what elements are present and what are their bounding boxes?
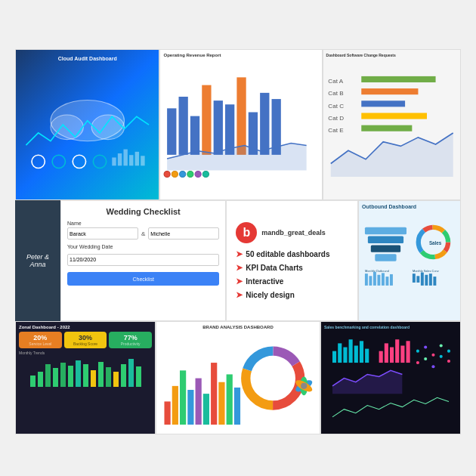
checklist-button[interactable]: Checklist bbox=[67, 272, 219, 286]
svg-rect-44 bbox=[375, 254, 396, 261]
dashboard-software-svg: Cat A Cat B Cat C Cat D Cat E bbox=[326, 60, 457, 189]
svg-rect-83 bbox=[187, 390, 193, 425]
svg-rect-86 bbox=[211, 363, 217, 425]
svg-text:Cat B: Cat B bbox=[328, 90, 343, 97]
svg-point-2 bbox=[91, 115, 124, 140]
ds-title: Dashboard Software Change Requests bbox=[326, 53, 457, 57]
name1-input[interactable] bbox=[67, 227, 138, 240]
svg-rect-55 bbox=[382, 273, 385, 286]
promo-panel: b mandb_great_deals ➤ 50 editable dashbo… bbox=[226, 200, 358, 321]
svg-rect-37 bbox=[361, 113, 427, 119]
promo-header: b mandb_great_deals bbox=[236, 222, 348, 243]
arrow-icon-2: ➤ bbox=[236, 263, 243, 273]
svg-point-117 bbox=[447, 350, 450, 353]
svg-rect-72 bbox=[83, 364, 88, 387]
svg-rect-73 bbox=[91, 370, 96, 387]
outbound-svg: Sales Monthly Outbound Monthly Sales Con… bbox=[362, 211, 457, 315]
svg-rect-21 bbox=[261, 93, 270, 155]
promo-brand: mandb_great_deals bbox=[261, 229, 326, 236]
svg-point-98 bbox=[301, 383, 307, 389]
kpi-val-1: 20% bbox=[33, 334, 47, 342]
operating-revenue-svg bbox=[163, 59, 318, 181]
svg-point-4 bbox=[52, 155, 65, 168]
zonal-kpi-1: 20% Service Level bbox=[19, 332, 62, 348]
svg-rect-9 bbox=[123, 150, 127, 166]
svg-point-119 bbox=[424, 357, 427, 360]
svg-text:Cat E: Cat E bbox=[328, 127, 344, 134]
svg-rect-31 bbox=[361, 76, 435, 82]
zonal-kpi-3: 77% Productivity bbox=[109, 332, 152, 348]
couple-names: Peter & Anna bbox=[21, 253, 54, 268]
svg-rect-41 bbox=[365, 227, 406, 234]
promo-item-2: ➤ KPI Data Charts bbox=[236, 263, 348, 273]
svg-rect-112 bbox=[406, 341, 410, 363]
svg-rect-35 bbox=[361, 100, 405, 107]
arrow-icon-1: ➤ bbox=[236, 249, 243, 259]
name2-input[interactable] bbox=[148, 227, 219, 240]
svg-text:Monthly Outbound: Monthly Outbound bbox=[365, 269, 389, 273]
wedding-section: Peter & Anna Wedding Checklist Name & Yo… bbox=[15, 200, 226, 321]
svg-rect-59 bbox=[413, 274, 416, 283]
svg-point-116 bbox=[440, 344, 443, 347]
main-container: Cloud Audit Dashboard bbox=[0, 0, 476, 476]
promo-logo: b bbox=[236, 222, 257, 243]
svg-rect-108 bbox=[385, 343, 388, 363]
sales-bench-svg bbox=[324, 332, 457, 425]
svg-rect-75 bbox=[106, 367, 111, 387]
peter-anna-panel: Peter & Anna bbox=[15, 200, 60, 321]
svg-rect-68 bbox=[53, 368, 58, 387]
svg-rect-51 bbox=[365, 274, 368, 286]
sales-bench-title: Sales benchmarking and correlation dashb… bbox=[324, 325, 457, 329]
svg-rect-69 bbox=[60, 363, 66, 387]
svg-rect-87 bbox=[218, 382, 224, 425]
svg-rect-88 bbox=[227, 374, 233, 425]
svg-text:Monthly Sales Conv: Monthly Sales Conv bbox=[413, 269, 439, 273]
svg-rect-53 bbox=[373, 272, 376, 286]
date-input[interactable] bbox=[67, 254, 219, 266]
cloud-audit-thumb: Cloud Audit Dashboard bbox=[15, 49, 159, 200]
arrow-icon-3: ➤ bbox=[236, 277, 243, 286]
svg-rect-103 bbox=[354, 345, 358, 363]
svg-rect-13 bbox=[168, 108, 177, 155]
name-label: Name bbox=[67, 221, 219, 226]
svg-rect-79 bbox=[136, 366, 141, 387]
op-title: Operating Revenue Report bbox=[163, 53, 318, 57]
svg-rect-71 bbox=[76, 360, 81, 387]
zonal-kpis: 20% Service Level 30% Backlog Score 77% … bbox=[19, 332, 152, 348]
dashboard-software-thumb: Dashboard Software Change Requests Cat A… bbox=[323, 49, 461, 200]
wedding-checklist-panel: Wedding Checklist Name & Your Wedding Da… bbox=[60, 200, 226, 321]
svg-rect-85 bbox=[203, 394, 209, 425]
brand-analysis-thumb: BRAND ANALYSIS DASHBOARD bbox=[156, 321, 320, 434]
svg-point-121 bbox=[440, 355, 443, 358]
svg-rect-77 bbox=[121, 364, 126, 387]
sales-bench-thumb: Sales benchmarking and correlation dashb… bbox=[320, 321, 461, 434]
svg-point-114 bbox=[424, 345, 427, 348]
wedding-checklist-title: Wedding Checklist bbox=[107, 207, 181, 216]
svg-rect-70 bbox=[68, 366, 73, 387]
middle-row: Peter & Anna Wedding Checklist Name & Yo… bbox=[15, 200, 461, 321]
bottom-row: Zonal Dashboard - 2022 20% Service Level… bbox=[15, 321, 461, 434]
kpi-val-3: 77% bbox=[124, 334, 138, 342]
collage-wrapper: Cloud Audit Dashboard bbox=[15, 49, 461, 427]
zonal-title: Zonal Dashboard - 2022 bbox=[19, 325, 152, 329]
svg-rect-67 bbox=[45, 364, 51, 387]
svg-rect-19 bbox=[237, 77, 246, 155]
svg-point-29 bbox=[203, 171, 209, 177]
svg-rect-64 bbox=[434, 277, 437, 286]
date-label: Your Wedding Date bbox=[67, 244, 219, 249]
svg-rect-105 bbox=[365, 349, 369, 363]
svg-rect-76 bbox=[113, 372, 119, 387]
svg-rect-12 bbox=[141, 156, 144, 165]
kpi-val-2: 30% bbox=[79, 334, 92, 342]
svg-rect-42 bbox=[368, 236, 403, 243]
zonal-kpi-2: 30% Backlog Score bbox=[64, 332, 107, 348]
promo-item-4: ➤ Nicely design bbox=[236, 290, 348, 300]
svg-rect-89 bbox=[234, 388, 240, 425]
svg-point-25 bbox=[172, 171, 178, 177]
name-row: & bbox=[67, 227, 219, 240]
svg-point-120 bbox=[431, 365, 434, 368]
svg-rect-7 bbox=[112, 157, 116, 165]
svg-point-27 bbox=[187, 171, 193, 177]
svg-rect-107 bbox=[379, 351, 383, 363]
svg-rect-11 bbox=[135, 152, 139, 165]
